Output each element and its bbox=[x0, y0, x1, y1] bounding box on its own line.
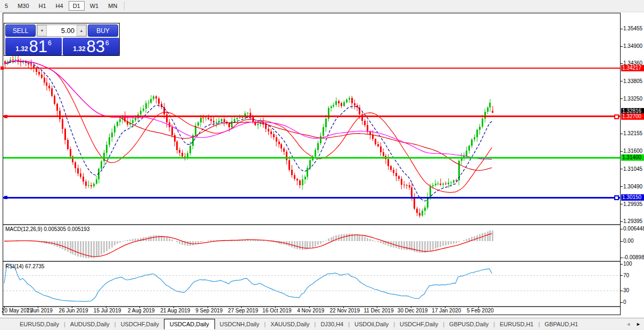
chart-tab-usdoil-daily[interactable]: USDOil,Daily bbox=[350, 319, 393, 329]
hline-price-label[interactable]: 1.32700 bbox=[621, 113, 644, 120]
bid-big-digits: 81 bbox=[29, 39, 47, 54]
volume-value[interactable]: 5.00 bbox=[47, 25, 77, 36]
hline-price-label[interactable]: 1.31400 bbox=[621, 154, 644, 161]
chart-tab-usdcad-daily[interactable]: USDCAD,Daily bbox=[164, 319, 215, 329]
hline-price-label[interactable]: 1.30150 bbox=[621, 194, 644, 201]
chart-tab-gbpusd-daily[interactable]: GBPUSD,Daily bbox=[444, 319, 493, 329]
volume-stepper: ▼ 5.00 ▲ bbox=[37, 24, 87, 37]
price-tick-label: 1.31600 bbox=[623, 148, 642, 154]
price-tick-label: 1.30490 bbox=[623, 184, 642, 190]
chart-tab-usdcnh-daily[interactable]: USDCNH,Daily bbox=[215, 319, 265, 329]
date-tick-label: 30 Dec 2019 bbox=[398, 308, 428, 314]
chart-tab-bar: EURUSD,Daily|AUDUSD,Daily|USDCHF,DailyUS… bbox=[0, 318, 644, 330]
macd-axis-label: -0.008982 bbox=[623, 254, 644, 261]
rsi-value: 67.2735 bbox=[25, 263, 44, 269]
chevron-up-icon: ▲ bbox=[80, 29, 84, 32]
date-tick-label: 7 Jun 2019 bbox=[26, 308, 53, 314]
sell-button[interactable]: SELL bbox=[5, 24, 36, 37]
bid-pipette: 6 bbox=[48, 39, 52, 47]
tab-scroll-left-icon[interactable]: ◄ bbox=[626, 321, 631, 327]
tab-scroll-right-icon[interactable]: ► bbox=[636, 321, 641, 327]
price-tick-label: 1.29935 bbox=[623, 201, 642, 208]
price-tick-label: 1.29395 bbox=[623, 218, 642, 225]
macd-main-value: 0.005305 bbox=[44, 226, 66, 232]
buy-button[interactable]: BUY bbox=[88, 24, 118, 37]
price-tick-label: 1.35455 bbox=[623, 26, 642, 32]
date-tick-label: 26 Jun 2019 bbox=[59, 308, 88, 314]
chart-tab-audusd-daily[interactable]: AUDUSD,Daily bbox=[65, 319, 114, 329]
ask-price-button[interactable]: 1.32 83 6 bbox=[63, 38, 119, 55]
price-tick-label: 1.31045 bbox=[623, 166, 642, 172]
date-tick-label: 9 Sep 2019 bbox=[195, 308, 222, 314]
date-tick-label: 22 Nov 2019 bbox=[329, 308, 360, 314]
macd-signal-value: 0.005193 bbox=[68, 226, 90, 232]
macd-label: MACD(12,26,9) 0.005305 0.005193 bbox=[5, 226, 89, 232]
chart-tab-eurusd-h1[interactable]: EURUSD,H1 bbox=[495, 319, 539, 329]
ask-pipette: 6 bbox=[105, 39, 109, 47]
one-click-trading-panel: SELL ▼ 5.00 ▲ BUY 1.32 81 6 1.32 83 6 bbox=[4, 23, 120, 56]
chart-tab-gbpaud-h1[interactable]: GBPAUD,H1 bbox=[540, 319, 583, 329]
chart-tab-usdchf-daily[interactable]: USDCHF,Daily bbox=[116, 319, 164, 329]
hline-price-label[interactable]: 1.34217 bbox=[621, 65, 644, 71]
volume-increase-button[interactable]: ▲ bbox=[77, 25, 86, 36]
chevron-down-icon: ▼ bbox=[40, 29, 44, 32]
chart-tab-dj30-h4[interactable]: DJ30,H4 bbox=[316, 319, 348, 329]
rsi-label: RSI(14) 67.2735 bbox=[5, 263, 44, 269]
chart-tab-xauusd-daily[interactable]: XAUUSD,Daily bbox=[266, 319, 314, 329]
date-tick-label: 2 Aug 2019 bbox=[128, 308, 155, 314]
date-tick-label: 15 Jul 2019 bbox=[94, 308, 121, 314]
bid-price-button[interactable]: 1.32 81 6 bbox=[5, 38, 62, 55]
date-tick-label: 5 Feb 2020 bbox=[467, 308, 494, 314]
mt4-window: 5M30H1H4D1W1MN ▲ USDCAD,Daily 1.32884 1.… bbox=[0, 0, 644, 330]
date-tick-label: 27 Sep 2019 bbox=[228, 308, 258, 314]
date-tick-label: 16 Oct 2019 bbox=[262, 308, 291, 314]
tab-scroll-arrows: ◄► bbox=[626, 321, 641, 327]
price-tick-label: 1.34900 bbox=[623, 43, 642, 50]
chart-tab-usdchf-daily[interactable]: USDCHF,Daily bbox=[395, 319, 443, 329]
rsi-axis-label: 30 bbox=[623, 287, 629, 294]
rsi-axis-label: 0 bbox=[623, 299, 626, 306]
price-tick-label: 1.33250 bbox=[623, 96, 642, 102]
price-tick-label: 1.32155 bbox=[623, 130, 642, 137]
ask-prefix: 1.32 bbox=[73, 45, 85, 53]
ask-big-digits: 83 bbox=[87, 39, 105, 54]
volume-decrease-button[interactable]: ▼ bbox=[37, 25, 47, 36]
chart-tab-eurusd-daily[interactable]: EURUSD,Daily bbox=[15, 319, 64, 329]
date-tick-label: 17 Jan 2020 bbox=[432, 308, 461, 314]
rsi-axis-label: 100 bbox=[623, 261, 632, 267]
price-tick-label: 1.33805 bbox=[623, 78, 642, 85]
date-tick-label: 11 Dec 2019 bbox=[364, 308, 394, 314]
date-tick-label: 4 Nov 2019 bbox=[297, 308, 324, 314]
bid-prefix: 1.32 bbox=[15, 45, 28, 53]
macd-axis-label: 0.00 bbox=[623, 238, 633, 244]
date-tick-label: 21 Aug 2019 bbox=[160, 308, 190, 314]
macd-axis-label: 0.006448 bbox=[623, 226, 644, 232]
rsi-axis-label: 70 bbox=[623, 273, 629, 279]
